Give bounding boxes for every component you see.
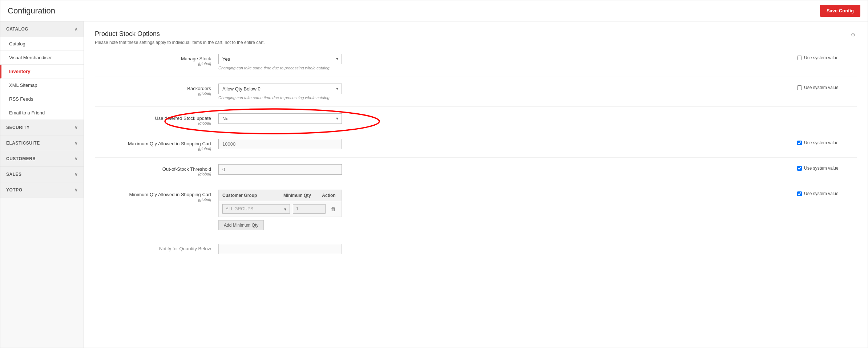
manage-stock-select[interactable]: Yes No <box>218 54 342 64</box>
max-qty-input[interactable] <box>218 139 342 149</box>
min-qty-table-header: Customer Group Minimum Qty Action <box>219 190 342 201</box>
sidebar: CATALOG ∧ Catalog Visual Merchandiser In… <box>0 21 84 348</box>
delete-min-qty-button[interactable]: 🗑 <box>328 205 338 213</box>
collapse-icon[interactable]: ⊙ <box>849 30 857 39</box>
max-qty-label-col: Maximum Qty Allowed in Shopping Cart [gl… <box>95 139 218 151</box>
sidebar-item-xml-sitemap[interactable]: XML Sitemap <box>0 78 84 92</box>
manage-stock-checkbox[interactable] <box>797 56 802 60</box>
out-of-stock-use-system[interactable]: Use system value <box>797 166 857 171</box>
min-qty-use-system[interactable]: Use system value <box>797 191 857 196</box>
save-config-button[interactable]: Save Config <box>820 5 860 17</box>
manage-stock-label-col: Manage Stock [global] <box>95 54 218 66</box>
notify-qty-label: Notify for Quantity Below <box>159 246 211 251</box>
backorders-select[interactable]: No Backorders Allow Qty Below 0 Allow Qt… <box>218 84 342 94</box>
min-qty-table-row: ALL GROUPS 🗑 <box>219 201 342 217</box>
deferred-stock-select-wrapper: No Yes <box>218 113 342 124</box>
security-section-label: SECURITY <box>6 125 30 130</box>
sidebar-item-visual-merchandiser[interactable]: Visual Merchandiser <box>0 51 84 65</box>
out-of-stock-label-col: Out-of-Stock Threshold [global] <box>95 164 218 176</box>
body-wrapper: CATALOG ∧ Catalog Visual Merchandiser In… <box>0 21 868 348</box>
sidebar-section-elasticsuite[interactable]: ELASTICSUITE ∨ <box>0 135 84 151</box>
security-chevron: ∨ <box>74 125 78 130</box>
backorders-checkbox[interactable] <box>797 85 802 90</box>
backorders-select-wrapper: No Backorders Allow Qty Below 0 Allow Qt… <box>218 84 342 94</box>
sidebar-section-catalog[interactable]: CATALOG ∧ <box>0 21 84 37</box>
min-qty-checkbox[interactable] <box>797 191 802 196</box>
yotpo-chevron: ∨ <box>74 187 78 193</box>
section-desc: Please note that these settings apply to… <box>95 40 265 45</box>
max-qty-action: Use system value <box>791 139 857 145</box>
manage-stock-action: Use system value <box>791 54 857 60</box>
min-qty-value-input[interactable] <box>293 204 326 214</box>
backorders-row: Backorders [global] No Backorders Allow … <box>95 84 857 107</box>
backorders-action: Use system value <box>791 84 857 90</box>
all-groups-select[interactable]: ALL GROUPS <box>222 204 290 214</box>
catalog-chevron-up: ∧ <box>74 27 78 32</box>
sidebar-item-inventory[interactable]: Inventory <box>0 65 84 78</box>
sidebar-item-catalog[interactable]: Catalog <box>0 37 84 51</box>
notify-qty-row: Notify for Quantity Below <box>95 244 857 254</box>
backorders-scope: [global] <box>95 91 211 96</box>
deferred-stock-control: No Yes <box>218 113 791 124</box>
min-qty-label-col: Minimum Qty Allowed in Shopping Cart [gl… <box>95 190 218 202</box>
deferred-stock-label: Use deferred Stock update <box>155 116 211 121</box>
deferred-stock-action <box>791 113 857 115</box>
all-groups-select-wrapper: ALL GROUPS <box>222 204 290 214</box>
out-of-stock-action: Use system value <box>791 164 857 171</box>
manage-stock-hint: Changing can take some time due to proce… <box>218 66 791 70</box>
sidebar-section-security[interactable]: SECURITY ∨ <box>0 120 84 135</box>
page-title: Configuration <box>8 6 55 16</box>
sidebar-section-yotpo[interactable]: YOTPO ∨ <box>0 182 84 198</box>
form-section: Manage Stock [global] Yes No Changing ca… <box>95 54 857 254</box>
out-of-stock-control <box>218 164 791 175</box>
page-wrapper: Configuration Save Config CATALOG ∧ Cata… <box>0 0 868 348</box>
backorders-hint: Changing can take some time due to proce… <box>218 96 791 100</box>
out-of-stock-checkbox[interactable] <box>797 166 802 171</box>
manage-stock-select-wrapper: Yes No <box>218 54 342 64</box>
customers-section-label: CUSTOMERS <box>6 156 36 161</box>
min-qty-table: Customer Group Minimum Qty Action ALL GR… <box>218 190 342 217</box>
header: Configuration Save Config <box>0 0 868 21</box>
sidebar-item-rss-feeds[interactable]: RSS Feeds <box>0 92 84 106</box>
deferred-stock-label-col: Use deferred Stock update [global] <box>95 113 218 125</box>
out-of-stock-input[interactable] <box>218 164 342 175</box>
notify-qty-input[interactable] <box>218 244 342 254</box>
main-content: Product Stock Options Please note that t… <box>84 21 868 348</box>
customers-chevron: ∨ <box>74 156 78 161</box>
add-minimum-qty-button[interactable]: Add Minimum Qty <box>218 220 264 230</box>
out-of-stock-scope: [global] <box>95 172 211 176</box>
backorders-control: No Backorders Allow Qty Below 0 Allow Qt… <box>218 84 791 100</box>
notify-qty-label-col: Notify for Quantity Below <box>95 244 218 251</box>
min-qty-row: Minimum Qty Allowed in Shopping Cart [gl… <box>95 190 857 237</box>
section-title: Product Stock Options <box>95 30 265 38</box>
backorders-use-system[interactable]: Use system value <box>797 85 857 90</box>
max-qty-scope: [global] <box>95 146 211 151</box>
sales-section-label: SALES <box>6 172 22 177</box>
catalog-section-label: CATALOG <box>6 27 28 32</box>
min-qty-col-qty: Minimum Qty <box>283 193 320 198</box>
max-qty-checkbox[interactable] <box>797 141 802 145</box>
backorders-label-col: Backorders [global] <box>95 84 218 96</box>
sidebar-section-customers[interactable]: CUSTOMERS ∨ <box>0 151 84 167</box>
sales-chevron: ∨ <box>74 172 78 177</box>
min-qty-label: Minimum Qty Allowed in Shopping Cart <box>129 192 211 197</box>
deferred-stock-select[interactable]: No Yes <box>218 113 342 124</box>
manage-stock-use-system[interactable]: Use system value <box>797 55 857 60</box>
deferred-stock-row: Use deferred Stock update [global] No Ye… <box>95 113 857 132</box>
out-of-stock-row: Out-of-Stock Threshold [global] Use syst… <box>95 164 857 183</box>
manage-stock-label: Manage Stock <box>181 56 211 61</box>
out-of-stock-label: Out-of-Stock Threshold <box>162 166 211 172</box>
min-qty-group-select-wrapper: ALL GROUPS <box>222 204 290 214</box>
sidebar-section-sales[interactable]: SALES ∨ <box>0 167 84 182</box>
max-qty-use-system[interactable]: Use system value <box>797 140 857 145</box>
max-qty-control <box>218 139 791 149</box>
sidebar-item-email-to-friend[interactable]: Email to a Friend <box>0 106 84 120</box>
backorders-label: Backorders <box>187 86 211 91</box>
manage-stock-control: Yes No Changing can take some time due t… <box>218 54 791 70</box>
max-qty-label: Maximum Qty Allowed in Shopping Cart <box>128 141 211 146</box>
elasticsuite-section-label: ELASTICSUITE <box>6 141 40 146</box>
deferred-stock-scope: [global] <box>95 121 211 125</box>
yotpo-section-label: YOTPO <box>6 187 23 193</box>
max-qty-row: Maximum Qty Allowed in Shopping Cart [gl… <box>95 139 857 158</box>
min-qty-col-action: Action <box>320 193 338 198</box>
